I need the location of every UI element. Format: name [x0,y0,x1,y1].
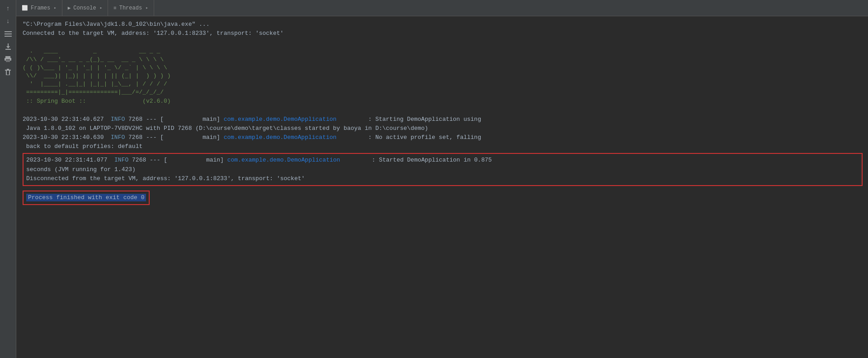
frames-tab-arrow: ▸ [54,5,56,10]
blank-line-2 [23,106,863,115]
print-icon[interactable] [3,54,13,64]
svg-rect-6 [5,56,10,58]
process-finished-text: Process finished with exit code 0 [26,193,146,202]
tab-threads[interactable]: ≡ Threads ▸ [108,0,154,16]
svg-rect-1 [5,33,12,34]
svg-rect-14 [6,75,10,75]
connected-line: Connected to the target VM, address: '12… [23,29,863,38]
threads-tab-arrow: ▸ [146,5,148,10]
log2b: back to default profiles: default [23,142,863,151]
threads-tab-label: Threads [119,5,142,11]
svg-rect-10 [5,70,11,71]
disconnected-line: Disconnected from the target VM, address… [26,174,859,183]
console-output[interactable]: "C:\Program Files\Java\jdk1.8.0_102\bin\… [16,16,868,358]
svg-rect-5 [5,49,11,50]
spring-boot-label: :: Spring Boot :: (v2.6.0) [23,97,863,106]
spring-ascii-3: ( ( )\___ | '_ | '_| | '_ \/ _` | \ \ \ … [23,64,863,72]
log1a: 2023-10-30 22:31:40.627 INFO 7268 --- [ … [23,115,863,124]
console-tab-label: Console [73,5,96,11]
log1b: Java 1.8.0_102 on LAPTOP-7V8DV2HC with P… [23,124,863,133]
spring-ascii-2: /\\ / ___'_ __ _ _(_)_ __ __ _ \ \ \ \ [23,56,863,64]
svg-rect-11 [7,69,9,70]
main-panel: ⬜ Frames ▸ ▶ Console ▸ ≡ Threads ▸ "C:\P… [16,0,868,358]
spring-ascii-1: . ____ _ __ _ _ [23,47,863,55]
tab-console[interactable]: ▶ Console ▸ [62,0,108,16]
delete-icon[interactable] [3,67,13,77]
process-finished-box: Process finished with exit code 0 [23,191,150,205]
cmd-line: "C:\Program Files\Java\jdk1.8.0_102\bin\… [23,20,863,29]
frames-tab-label: Frames [31,5,50,11]
threads-tab-icon: ≡ [113,5,117,11]
svg-rect-13 [9,71,10,75]
log3a: 2023-10-30 22:31:41.077 INFO 7268 --- [ … [26,156,859,165]
svg-marker-4 [6,46,10,48]
sidebar: ↑ ↓ [0,0,16,358]
list-icon[interactable] [3,29,13,39]
svg-rect-2 [5,36,12,37]
blank-line-1 [23,38,863,47]
console-tab-icon: ▶ [68,5,71,11]
highlight-section: 2023-10-30 22:31:41.077 INFO 7268 --- [ … [23,153,863,186]
spring-ascii-6: =========|_|==============|___/=/_/_/_/ [23,88,863,96]
spring-ascii-4: \\/ ___)| |_)| | | | | || (_| | ) ) ) ) [23,72,863,80]
svg-rect-0 [5,31,12,32]
down-arrow-icon[interactable]: ↓ [3,16,13,26]
log3b: seconds (JVM running for 1.423) [26,165,859,174]
frames-tab-icon: ⬜ [22,5,28,11]
svg-rect-9 [6,60,10,62]
tab-frames[interactable]: ⬜ Frames ▸ [16,0,62,16]
console-tab-arrow: ▸ [100,5,102,10]
download-icon[interactable] [3,42,13,52]
svg-rect-12 [6,71,7,75]
tab-bar: ⬜ Frames ▸ ▶ Console ▸ ≡ Threads ▸ [16,0,868,16]
log2a: 2023-10-30 22:31:40.630 INFO 7268 --- [ … [23,133,863,142]
spring-ascii-5: ' |____| .__|_| |_|_| |_\__, | / / / / [23,80,863,88]
up-arrow-icon[interactable]: ↑ [3,4,13,14]
